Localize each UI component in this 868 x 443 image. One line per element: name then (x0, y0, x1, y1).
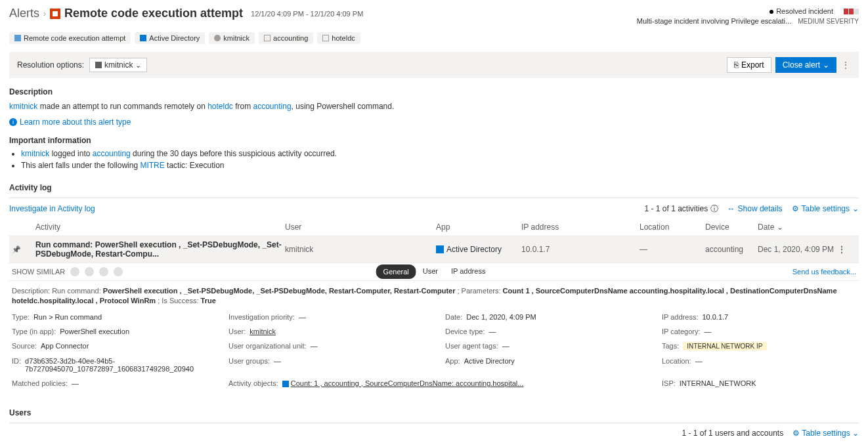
detail-ip: 10.0.1.7 (702, 313, 728, 321)
col-user[interactable]: User (285, 222, 436, 232)
detail-location: — (695, 357, 703, 373)
severity-label: MEDIUM SEVERITY (798, 17, 859, 26)
row-location: — (640, 245, 705, 254)
detail-device-type: — (489, 327, 496, 335)
tag-user[interactable]: kmitnick (209, 32, 255, 44)
activity-details-grid: Type:Run > Run command Investigation pri… (9, 313, 859, 395)
breadcrumb-root[interactable]: Alerts (9, 7, 39, 20)
investigate-link[interactable]: Investigate in Activity log (9, 204, 95, 213)
feedback-link[interactable]: Send us feedback... (792, 268, 856, 276)
table-settings-button[interactable]: ⚙ Table settings ⌄ (792, 204, 859, 213)
detail-app: Active Directory (464, 357, 515, 373)
pill-general[interactable]: General (376, 264, 416, 279)
col-ip[interactable]: IP address (521, 222, 640, 232)
pill-user[interactable]: User (416, 264, 445, 279)
important-item: kmitnick logged into accounting during t… (21, 149, 859, 158)
device-icon (264, 35, 271, 41)
detail-source: App Connector (41, 342, 89, 350)
col-location[interactable]: Location (640, 222, 705, 232)
show-details-toggle[interactable]: ↔ Show details (727, 204, 783, 213)
device-icon (322, 35, 329, 41)
detail-user-agent-tags: — (502, 342, 510, 350)
detail-date: Dec 1, 2020, 4:09 PM (466, 313, 536, 321)
row-ip: 10.0.1.7 (521, 245, 640, 254)
time-filter-icon[interactable] (99, 267, 108, 276)
detail-user-ou: — (311, 342, 318, 350)
resolution-label: Resolution options: (17, 60, 84, 70)
status-dot-icon (770, 10, 773, 14)
chevron-down-icon (135, 60, 141, 70)
user-icon (95, 62, 102, 68)
description-text: kmitnick made an attempt to run commands… (9, 100, 859, 112)
detail-ip-category: — (705, 327, 712, 335)
user-icon (214, 35, 221, 41)
shield-icon (14, 35, 21, 41)
windows-icon (140, 35, 146, 41)
pin-icon[interactable] (12, 245, 35, 254)
info-icon: i (9, 118, 17, 126)
incident-desc[interactable]: Multi-stage incident involving Privilege… (637, 16, 791, 26)
row-user: kmitnick (285, 245, 436, 254)
important-heading: Important information (9, 136, 859, 145)
detail-inv-priority: — (299, 313, 306, 321)
col-date[interactable]: Date ⌄ (758, 222, 836, 232)
filter-icon[interactable] (70, 267, 79, 276)
chevron-right-icon: › (43, 9, 46, 18)
activity-row[interactable]: Run command: PowerShell execution , _Set… (9, 236, 859, 263)
row-more-button[interactable]: ⋮ (836, 244, 847, 255)
row-app: Active Directory (446, 245, 502, 254)
important-item: This alert falls under the following MIT… (21, 161, 859, 170)
object-icon (282, 381, 289, 387)
activity-log-heading: Activity log (9, 183, 859, 192)
time-range: 12/1/20 4:09 PM - 12/1/20 4:09 PM (251, 10, 363, 18)
desc-host-link[interactable]: hoteldc (207, 102, 233, 111)
detail-user-link[interactable]: kmitnick (250, 327, 276, 335)
tag-device-accounting[interactable]: accounting (259, 32, 313, 44)
detail-type: Run > Run command (33, 313, 102, 321)
desc-account-link[interactable]: accounting (253, 102, 292, 111)
important-user-link[interactable]: kmitnick (21, 149, 49, 158)
detail-type-app: PowerShell execution (60, 327, 129, 335)
resolution-bar: Resolution options: kmitnick ⎘ Export Cl… (9, 52, 859, 78)
detail-id: d73b6352-3d2b-40ee-94b5-7b7270945070_107… (25, 357, 228, 373)
activity-count: 1 - 1 of 1 activities ⓘ (645, 203, 718, 215)
tag-app[interactable]: Active Directory (135, 32, 205, 44)
activity-full-description: Description: Run command: PowerShell exe… (9, 281, 859, 313)
resolved-label: Resolved incident (776, 7, 833, 16)
activity-table-header: Activity User App IP address Location De… (9, 219, 859, 236)
info-filter-icon[interactable] (114, 267, 123, 276)
detail-activity-objects[interactable]: Count: 1 , accounting , SourceComputerDn… (282, 379, 524, 387)
row-activity: Run command: PowerShell execution , _Set… (35, 240, 285, 259)
detail-isp: INTERNAL_NETWORK (680, 379, 756, 387)
export-button[interactable]: ⎘ Export (727, 57, 771, 73)
desc-user-link[interactable]: kmitnick (9, 102, 37, 111)
detail-matched-policies: — (72, 379, 79, 387)
mitre-link[interactable]: MITRE (140, 161, 164, 170)
close-alert-button[interactable]: Close alert ⌄ (775, 57, 836, 73)
severity-indicator (844, 9, 859, 14)
windows-icon (436, 245, 444, 253)
page-title: Remote code execution attempt (64, 7, 243, 20)
detail-user-groups: — (274, 357, 281, 373)
show-similar-label: SHOW SIMILAR (12, 268, 65, 276)
col-device[interactable]: Device (705, 222, 758, 232)
learn-more-link[interactable]: Learn more about this alert type (20, 117, 131, 127)
description-heading: Description (9, 87, 859, 96)
users-table-settings[interactable]: ⚙ Table settings ⌄ (792, 429, 859, 438)
row-date: Dec 1, 2020, 4:09 PM (758, 245, 836, 254)
more-options-button[interactable]: ⋮ (840, 60, 851, 70)
alert-icon (50, 9, 60, 19)
users-count: 1 - 1 of 1 users and accounts (682, 429, 783, 438)
col-app[interactable]: App (436, 222, 521, 232)
col-activity[interactable]: Activity (35, 222, 285, 232)
tag-list: Remote code execution attempt Active Dir… (9, 32, 859, 44)
detail-tags: INTERNAL NETWORK IP (683, 342, 766, 350)
pill-ip[interactable]: IP address (445, 264, 492, 279)
users-heading: Users (9, 408, 859, 417)
row-device: accounting (705, 245, 758, 254)
user-filter-icon[interactable] (85, 267, 94, 276)
resolution-user-dropdown[interactable]: kmitnick (89, 58, 147, 72)
tag-alert-type[interactable]: Remote code execution attempt (9, 32, 131, 44)
important-account-link[interactable]: accounting (93, 149, 131, 158)
tag-device-hoteldc[interactable]: hoteldc (317, 32, 360, 44)
